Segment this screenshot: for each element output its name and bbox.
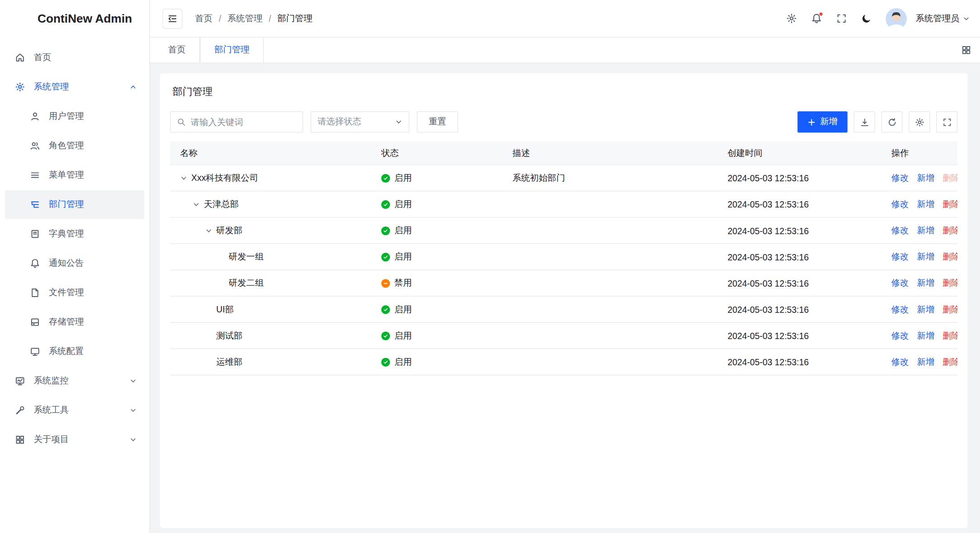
sidebar-item-menu-management[interactable]: 菜单管理 (5, 161, 144, 190)
sidebar-item-file-management[interactable]: 文件管理 (5, 278, 144, 307)
notifications-button[interactable] (806, 8, 827, 29)
status-label: 启用 (394, 251, 412, 263)
sidebar-item-role-management[interactable]: 角色管理 (5, 132, 144, 160)
bell-icon (30, 259, 40, 269)
avatar-image (886, 8, 907, 29)
tab-options-button[interactable] (961, 38, 980, 62)
reset-button[interactable]: 重置 (417, 111, 458, 132)
delete-link[interactable]: 删除 (942, 356, 957, 368)
add-child-link[interactable]: 新增 (917, 330, 934, 341)
logo-icon (13, 9, 31, 28)
export-button[interactable] (854, 111, 875, 132)
sidebar-item-system-config[interactable]: 系统配置 (5, 337, 144, 366)
sidebar-item-home[interactable]: 首页 (5, 43, 144, 72)
notification-dot (819, 12, 823, 16)
dept-name: 研发部 (216, 225, 243, 236)
delete-link[interactable]: 删除 (942, 198, 957, 210)
breadcrumb-home[interactable]: 首页 (195, 13, 213, 24)
sidebar-item-notice[interactable]: 通知公告 (5, 249, 144, 278)
sidebar-item-label: 系统工具 (34, 405, 69, 416)
sidebar-item-storage-management[interactable]: 存储管理 (5, 308, 144, 337)
add-child-link[interactable]: 新增 (917, 304, 934, 315)
sidebar-item-department-management[interactable]: 部门管理 (5, 190, 144, 219)
sidebar-group-system-management[interactable]: 系统管理 (5, 73, 144, 102)
delete-link[interactable]: 删除 (942, 330, 957, 341)
menu-fold-icon (168, 14, 178, 24)
status-label: 启用 (394, 330, 412, 341)
status-enabled-icon (381, 252, 390, 261)
table-fullscreen-button[interactable] (936, 111, 957, 132)
add-child-link[interactable]: 新增 (917, 172, 934, 184)
refresh-button[interactable] (881, 111, 902, 132)
delete-link[interactable]: 删除 (942, 225, 957, 236)
dept-name: Xxx科技有限公司 (191, 172, 258, 184)
download-icon (860, 117, 869, 127)
add-child-link[interactable]: 新增 (917, 225, 934, 236)
delete-link[interactable]: 删除 (942, 251, 957, 263)
edit-link[interactable]: 修改 (891, 330, 909, 341)
grid-icon (15, 435, 25, 445)
collapse-caret-icon[interactable] (180, 174, 188, 182)
gear-icon (15, 82, 25, 92)
add-child-link[interactable]: 新增 (917, 251, 934, 263)
sidebar-item-dictionary-management[interactable]: 字典管理 (5, 220, 144, 249)
keyword-search (170, 111, 303, 132)
status-enabled-icon (381, 174, 390, 182)
settings-button[interactable] (781, 8, 802, 29)
edit-link[interactable]: 修改 (891, 356, 909, 368)
dept-description: 系统初始部门 (502, 172, 717, 184)
breadcrumb-current: 部门管理 (277, 13, 312, 24)
dept-name: 研发一组 (229, 251, 263, 263)
created-time: 2024-05-03 12:53:16 (717, 252, 881, 262)
status-enabled-icon (381, 331, 390, 340)
delete-link[interactable]: 删除 (942, 278, 957, 289)
collapse-caret-icon[interactable] (205, 227, 213, 235)
breadcrumb: 首页 / 系统管理 / 部门管理 (195, 13, 313, 24)
edit-link[interactable]: 修改 (891, 172, 909, 184)
chevron-down-icon (962, 15, 970, 23)
table-settings-button[interactable] (909, 111, 930, 132)
search-input[interactable] (191, 117, 296, 127)
sidebar-item-label: 角色管理 (49, 140, 84, 151)
created-time: 2024-05-03 12:53:16 (717, 226, 881, 236)
plus-icon (807, 118, 816, 126)
app-logo[interactable]: ContiNew Admin (0, 0, 150, 38)
avatar[interactable] (886, 8, 907, 29)
status-select[interactable]: 请选择状态 (310, 111, 409, 132)
add-child-link[interactable]: 新增 (917, 356, 934, 368)
sidebar-menu: 首页 系统管理 用户管理 角色管理 菜单管理 部门管理 (0, 38, 150, 460)
sidebar-group-about-project[interactable]: 关于项目 (5, 425, 144, 454)
tab-department-management[interactable]: 部门管理 (200, 38, 264, 62)
created-time: 2024-05-03 12:53:16 (717, 199, 881, 209)
sidebar-collapse-button[interactable] (163, 9, 183, 28)
collapse-caret-icon[interactable] (192, 201, 200, 208)
add-child-link[interactable]: 新增 (917, 198, 934, 210)
dark-mode-button[interactable] (856, 8, 877, 29)
fullscreen-button[interactable] (830, 8, 852, 29)
created-time: 2024-05-03 12:53:16 (717, 304, 881, 314)
user-menu[interactable]: 系统管理员 (916, 13, 970, 24)
sidebar-item-label: 存储管理 (49, 316, 84, 328)
edit-link[interactable]: 修改 (891, 251, 909, 263)
sidebar-item-label: 关于项目 (34, 434, 69, 445)
sidebar-item-label: 系统监控 (34, 375, 69, 387)
table-row: 研发一组 启用 2024-05-03 12:53:16 修改 新增 删除 (170, 244, 957, 270)
breadcrumb-system-management[interactable]: 系统管理 (227, 13, 262, 24)
delete-link[interactable]: 删除 (942, 304, 957, 315)
sidebar-group-system-monitor[interactable]: 系统监控 (5, 367, 144, 396)
edit-link[interactable]: 修改 (891, 225, 909, 236)
sidebar-group-system-tools[interactable]: 系统工具 (5, 396, 144, 425)
status-label: 启用 (394, 304, 412, 315)
add-child-link[interactable]: 新增 (917, 278, 934, 289)
add-button[interactable]: 新增 (797, 111, 848, 132)
column-header-description: 描述 (502, 147, 717, 159)
tab-home[interactable]: 首页 (154, 38, 200, 62)
sidebar-item-user-management[interactable]: 用户管理 (5, 102, 144, 131)
edit-link[interactable]: 修改 (891, 304, 909, 315)
chevron-down-icon (129, 406, 137, 414)
dept-name: UI部 (216, 304, 234, 315)
table-row: 运维部 启用 2024-05-03 12:53:16 修改 新增 删除 (170, 349, 957, 375)
fullscreen-icon (836, 13, 847, 24)
edit-link[interactable]: 修改 (891, 198, 909, 210)
edit-link[interactable]: 修改 (891, 278, 909, 289)
